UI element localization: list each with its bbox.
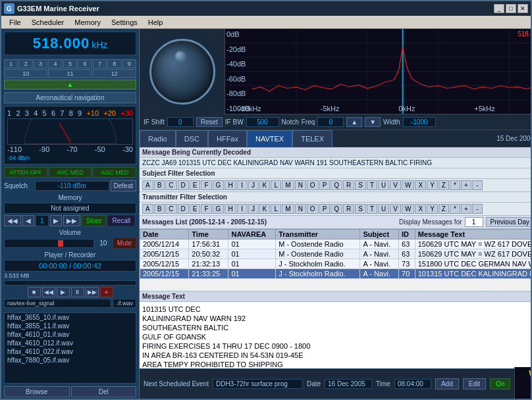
- subj-filter-H[interactable]: H: [225, 180, 236, 190]
- player-play-button[interactable]: ▶: [57, 287, 70, 297]
- tx-filter-J[interactable]: J: [248, 204, 259, 214]
- close-button[interactable]: ✕: [518, 4, 528, 13]
- volume-handle[interactable]: [58, 240, 63, 247]
- subj-filter-plus[interactable]: +: [461, 180, 471, 190]
- add-button[interactable]: Add: [435, 378, 459, 389]
- display-for-input[interactable]: [465, 217, 483, 227]
- notch-down-button[interactable]: ▼: [365, 117, 381, 127]
- subj-filter-star[interactable]: *: [450, 180, 460, 190]
- agc-button[interactable]: AGC MED: [93, 167, 136, 178]
- subj-filter-W[interactable]: W: [402, 180, 414, 190]
- tx-filter-B[interactable]: B: [154, 204, 165, 214]
- player-pause-button[interactable]: ⏸: [71, 287, 84, 297]
- tx-filter-O[interactable]: O: [307, 204, 319, 214]
- previous-day-button[interactable]: Previous Day: [486, 217, 531, 227]
- player-stop-button[interactable]: ■: [28, 287, 41, 297]
- file-item-0[interactable]: hffax_3655_10.if.wav: [5, 313, 136, 322]
- tx-filter-plus[interactable]: +: [461, 204, 471, 214]
- subj-filter-minus[interactable]: -: [472, 180, 483, 190]
- notch-up-button[interactable]: ▲: [346, 117, 362, 127]
- player-prev-button[interactable]: ◀◀: [42, 287, 55, 297]
- mem-store-button[interactable]: Store: [82, 215, 107, 226]
- tab-navtex[interactable]: NAVTEX: [247, 130, 292, 147]
- subj-filter-V[interactable]: V: [390, 180, 401, 190]
- avc-button[interactable]: AVC MED: [49, 167, 92, 178]
- band-btn-2[interactable]: 2: [18, 59, 32, 68]
- tx-filter-I[interactable]: I: [237, 204, 248, 214]
- tx-filter-Q[interactable]: Q: [331, 204, 342, 214]
- subj-filter-Y[interactable]: Y: [427, 180, 438, 190]
- tab-telex[interactable]: TELEX: [292, 130, 332, 147]
- tx-filter-X[interactable]: X: [415, 204, 426, 214]
- band-btn-11[interactable]: 11: [48, 69, 92, 78]
- player-record-button[interactable]: ●: [100, 287, 113, 297]
- tx-filter-M[interactable]: M: [282, 204, 294, 214]
- mem-back-button[interactable]: ◀: [22, 215, 34, 226]
- band-btn-6[interactable]: 6: [78, 59, 92, 68]
- menu-memory[interactable]: Memory: [69, 17, 106, 28]
- band-btn-3[interactable]: 3: [34, 59, 47, 68]
- subj-filter-Q[interactable]: Q: [331, 180, 342, 190]
- subj-filter-G[interactable]: G: [213, 180, 225, 190]
- subj-filter-S[interactable]: S: [355, 180, 366, 190]
- maximize-button[interactable]: □: [506, 4, 516, 13]
- tx-filter-C[interactable]: C: [165, 204, 176, 214]
- subj-filter-T[interactable]: T: [367, 180, 377, 190]
- file-item-1[interactable]: hffax_3855_11.if.wav: [5, 322, 136, 330]
- table-row[interactable]: 2005/12/15 20:50:32 01 M - Oostende Radi…: [140, 249, 531, 259]
- table-row[interactable]: 2005/12/14 17:56:31 01 M - Oostende Radi…: [140, 239, 531, 249]
- menu-settings[interactable]: Settings: [106, 17, 143, 28]
- if-shift-input[interactable]: [167, 117, 194, 127]
- event-input[interactable]: [213, 379, 303, 389]
- subj-filter-I[interactable]: I: [237, 180, 248, 190]
- band-btn-12[interactable]: 12: [93, 69, 136, 78]
- on-button[interactable]: On: [490, 378, 510, 389]
- time-input[interactable]: [394, 379, 431, 389]
- mem-prev-button[interactable]: ◀◀: [4, 215, 21, 226]
- up-button[interactable]: ▲: [4, 80, 136, 89]
- tx-filter-S[interactable]: S: [355, 204, 366, 214]
- tx-filter-T[interactable]: T: [367, 204, 377, 214]
- tab-radio[interactable]: Radio: [140, 130, 176, 147]
- band-btn-7[interactable]: 7: [93, 59, 107, 68]
- band-btn-1[interactable]: 1: [4, 59, 18, 68]
- subj-filter-P[interactable]: P: [319, 180, 331, 190]
- subj-filter-N[interactable]: N: [295, 180, 306, 190]
- browse-button[interactable]: Browse: [4, 386, 70, 397]
- notch-width-input[interactable]: [403, 117, 436, 127]
- tab-dsc[interactable]: DSC: [176, 130, 208, 147]
- subj-filter-K[interactable]: K: [259, 180, 271, 190]
- tx-filter-W[interactable]: W: [402, 204, 414, 214]
- tx-filter-minus[interactable]: -: [472, 204, 483, 214]
- table-row[interactable]: 2005/12/15 21:32:13 01 J - Stockholm Rad…: [140, 259, 531, 269]
- tx-filter-N[interactable]: N: [295, 204, 306, 214]
- tx-filter-F[interactable]: F: [201, 204, 211, 214]
- if-bw-input[interactable]: [246, 117, 279, 127]
- edit-button[interactable]: Edit: [463, 378, 486, 389]
- band-btn-10[interactable]: 10: [4, 69, 47, 78]
- tx-filter-D[interactable]: D: [178, 204, 189, 214]
- band-btn-5[interactable]: 5: [63, 59, 77, 68]
- tx-filter-H[interactable]: H: [225, 204, 236, 214]
- subj-filter-X[interactable]: X: [415, 180, 426, 190]
- tx-filter-P[interactable]: P: [319, 204, 331, 214]
- subj-filter-R[interactable]: R: [343, 180, 354, 190]
- subj-filter-L[interactable]: L: [271, 180, 281, 190]
- date-input[interactable]: [325, 379, 372, 389]
- atten-button[interactable]: ATTEN OFF: [4, 167, 47, 178]
- tab-hffax[interactable]: HFFax: [208, 130, 247, 147]
- table-row-selected[interactable]: 2005/12/15 21:33:25 01 J - Stockholm Rad…: [140, 269, 531, 279]
- file-list[interactable]: hffax_3655_10.if.wav hffax_3855_11.if.wa…: [4, 312, 136, 384]
- subj-filter-A[interactable]: A: [142, 180, 153, 190]
- subj-filter-E[interactable]: E: [190, 180, 201, 190]
- mute-button[interactable]: Mute: [113, 238, 136, 249]
- subj-filter-Z[interactable]: Z: [439, 180, 449, 190]
- band-btn-9[interactable]: 9: [122, 59, 136, 68]
- mem-next-button[interactable]: ▶▶: [63, 215, 80, 226]
- tx-filter-A[interactable]: A: [142, 204, 153, 214]
- subj-filter-B[interactable]: B: [154, 180, 165, 190]
- defeat-button[interactable]: Defeat: [111, 180, 136, 191]
- subj-filter-D[interactable]: D: [178, 180, 189, 190]
- subj-filter-M[interactable]: M: [282, 180, 294, 190]
- minimize-button[interactable]: _: [494, 4, 504, 13]
